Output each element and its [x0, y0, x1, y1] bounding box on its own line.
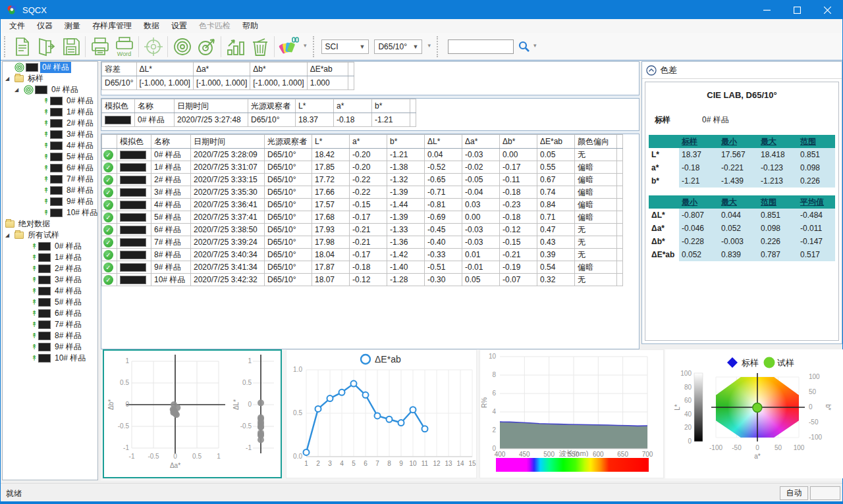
tree-item[interactable]: ◢0# 样品	[3, 84, 97, 95]
toolbar-grip[interactable]	[4, 36, 8, 57]
tree-item[interactable]: ↟3# 样品	[3, 129, 97, 140]
tree-item[interactable]: ↟10# 样品	[3, 353, 97, 364]
table-cell: 17.57	[312, 199, 350, 211]
measure-target-button[interactable]	[194, 35, 219, 59]
menu-item-8[interactable]: 帮助	[236, 19, 264, 33]
export-button[interactable]	[34, 35, 59, 59]
stat-row: ΔE*ab0.0520.8390.7870.517	[649, 248, 835, 261]
table-row[interactable]: ✓1# 样品2020/7/25 3:31:07D65/10°17.85-0.20…	[102, 161, 623, 174]
sci-dropdown[interactable]: SCI ▼	[321, 39, 369, 54]
chart-button[interactable]	[223, 35, 248, 59]
table-row[interactable]: ✓5# 样品2020/7/25 3:37:41D65/10°17.68-0.17…	[102, 211, 623, 224]
calibrate-button[interactable]	[170, 35, 194, 59]
tree-item[interactable]: ↟0# 样品	[3, 241, 97, 252]
table-row[interactable]: ✓9# 样品2020/7/25 3:41:34D65/10°17.87-0.18…	[102, 261, 623, 274]
table-cell: -0.03	[462, 236, 500, 249]
tree-item[interactable]: ↟8# 样品	[3, 330, 97, 341]
tree-item[interactable]: 绝对数据	[3, 218, 97, 230]
measure-arrow-icon: ↟	[42, 97, 50, 105]
auto-button[interactable]: 自动	[780, 486, 808, 500]
menu-item-6[interactable]: 设置	[165, 19, 193, 33]
search-input[interactable]	[448, 39, 514, 54]
search-icon[interactable]	[518, 40, 531, 53]
expander-icon[interactable]: ◢	[5, 76, 14, 82]
table-cell: -0.18	[350, 261, 387, 274]
table-row[interactable]: D65/10°[-1.000, 1.000][-1.000, 1.000][-1…	[102, 76, 354, 90]
toolbar-grip-3[interactable]	[437, 36, 441, 57]
menu-item-7[interactable]: 色卡匹检	[193, 19, 236, 33]
delta-ab-scatter-panel[interactable]: 10.50-0.5-1-1-0.500.51Δa*Δb*10.50-0.5-1Δ…	[103, 349, 282, 478]
table-row[interactable]: ✓3# 样品2020/7/25 3:35:30D65/10°17.66-0.22…	[102, 186, 623, 199]
menu-item-5[interactable]: 数据	[138, 19, 165, 33]
target-button[interactable]	[141, 35, 165, 59]
table-row[interactable]: 0# 样品2020/7/25 3:27:48D65/10°18.37-0.18-…	[102, 113, 416, 127]
tree-item[interactable]: ↟1# 样品	[3, 252, 97, 263]
stat-header: 范围	[798, 135, 835, 148]
table-row[interactable]: ✓7# 样品2020/7/25 3:39:24D65/10°17.98-0.21…	[102, 236, 623, 249]
tree-item[interactable]: ↟6# 样品	[3, 163, 97, 174]
tree-item[interactable]: ↟3# 样品	[3, 274, 97, 286]
svg-text:-0.5: -0.5	[118, 422, 130, 430]
collapse-icon[interactable]	[646, 65, 657, 76]
reflectance-panel[interactable]: 0246810400450500550600650700R%波长(nm)	[479, 349, 664, 478]
menu-item-3[interactable]: 测量	[59, 19, 86, 33]
table-row[interactable]: ✓8# 样品2020/7/25 3:40:34D65/10°18.04-0.17…	[102, 249, 623, 261]
table-row[interactable]: ✓10# 样品2020/7/25 3:42:32D65/10°18.07-0.1…	[102, 274, 623, 286]
tree-item[interactable]: ↟2# 样品	[3, 263, 97, 274]
tree-item[interactable]: ◢标样	[3, 73, 97, 84]
measure-arrow-icon: ↟	[42, 119, 50, 128]
toolbar-grip-2[interactable]	[313, 36, 317, 57]
stat-cell: 0.098	[798, 161, 835, 174]
tree-item[interactable]: ↟4# 样品	[3, 140, 97, 151]
table-row[interactable]: ✓4# 样品2020/7/25 3:36:41D65/10°17.57-0.15…	[102, 199, 623, 211]
close-button[interactable]	[812, 1, 842, 19]
minimize-button[interactable]	[751, 1, 782, 19]
print-button[interactable]	[88, 35, 112, 59]
maximize-button[interactable]	[782, 1, 812, 19]
tree-item[interactable]: ↟9# 样品	[3, 341, 97, 353]
menu-item-1[interactable]: 文件	[3, 19, 31, 33]
svg-text:0.5: 0.5	[242, 379, 252, 386]
stat-cell: -0.011	[798, 222, 835, 235]
new-file-button[interactable]	[10, 35, 34, 59]
illuminant-dropdown[interactable]: D65/10° ▼	[374, 39, 422, 54]
table-row[interactable]: ✓0# 样品2020/7/25 3:28:09D65/10°18.42-0.20…	[102, 149, 623, 161]
menu-item-4[interactable]: 存样库管理	[86, 19, 138, 33]
reflectance-chart: 0246810400450500550600650700R%波长(nm)	[480, 350, 663, 457]
tree-item[interactable]: ◢所有试样	[3, 230, 97, 241]
expander-icon[interactable]: ◢	[5, 232, 14, 238]
tree-item[interactable]: 0# 样品	[3, 62, 97, 73]
print-word-button[interactable]: Word	[112, 35, 136, 59]
tree-item[interactable]: ↟5# 样品	[3, 297, 97, 308]
stat-cell: -0.046	[679, 222, 719, 235]
lab-gamut-panel[interactable]: 标样试样100806040200L*100500-50-100b*-100-50…	[665, 349, 843, 478]
table-row[interactable]: ✓2# 样品2020/7/25 3:33:15D65/10°17.72-0.22…	[102, 174, 623, 186]
color-match-button[interactable]	[277, 35, 301, 59]
color-swatch	[50, 130, 63, 139]
tree-item[interactable]: ↟2# 样品	[3, 118, 97, 129]
expander-icon[interactable]: ◢	[14, 87, 24, 93]
measure-arrow-icon: ↟	[42, 108, 50, 116]
svg-text:9: 9	[399, 460, 403, 467]
tree-item[interactable]: ↟8# 样品	[3, 185, 97, 196]
tree-item[interactable]: ↟10# 样品	[3, 207, 97, 218]
tree-item[interactable]: ↟0# 样品	[3, 95, 97, 107]
table-row[interactable]: ✓6# 样品2020/7/25 3:38:50D65/10°17.93-0.21…	[102, 224, 623, 236]
tree-item[interactable]: ↟9# 样品	[3, 196, 97, 207]
toolbar-overflow-icon[interactable]: ▾	[304, 42, 307, 49]
tree-item-label: 0# 样品	[49, 84, 80, 95]
tree-item[interactable]: ↟7# 样品	[3, 319, 97, 330]
tree-item[interactable]: ↟5# 样品	[3, 151, 97, 163]
tree-item[interactable]: ↟6# 样品	[3, 308, 97, 319]
tree-item[interactable]: ↟7# 样品	[3, 174, 97, 185]
tree-item[interactable]: ↟4# 样品	[3, 286, 97, 297]
delta-e-line-panel[interactable]: 0.00.51.0123456789101112131415ΔE*ab	[286, 349, 477, 478]
table-cell: -0.12	[500, 224, 537, 236]
delete-button[interactable]	[248, 35, 272, 59]
menu-item-2[interactable]: 仪器	[31, 19, 59, 33]
toolbar-overflow-icon-2[interactable]: ▾	[427, 42, 431, 49]
toolbar-overflow-icon-3[interactable]: ▾	[533, 42, 537, 49]
tree-item[interactable]: ↟1# 样品	[3, 107, 97, 118]
stat-cell: 0.787	[758, 248, 798, 261]
save-button[interactable]	[59, 35, 83, 59]
